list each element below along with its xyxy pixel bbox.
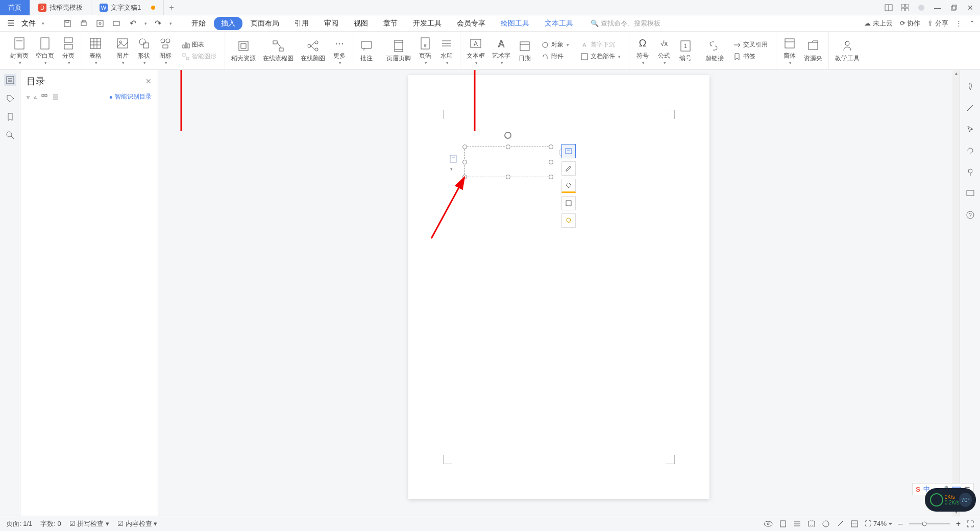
- pagenum-button[interactable]: #页码▾: [415, 34, 435, 67]
- collapse-ribbon[interactable]: ⌃: [969, 19, 975, 27]
- menu-tab-view[interactable]: 视图: [347, 17, 375, 30]
- view-page-icon[interactable]: [779, 520, 787, 528]
- toc-close[interactable]: ✕: [145, 77, 152, 85]
- rotate-handle[interactable]: [504, 132, 511, 139]
- toc-smart[interactable]: ● 智能识别目录: [109, 92, 152, 101]
- tag-icon[interactable]: [4, 92, 16, 105]
- menu-tab-reference[interactable]: 引用: [287, 17, 316, 30]
- coop-button[interactable]: ⟳ 协作: [900, 19, 921, 28]
- pin-icon[interactable]: [964, 166, 976, 178]
- menu-tab-texttools[interactable]: 文本工具: [537, 17, 580, 30]
- attachment-button[interactable]: 附件: [539, 51, 571, 62]
- docparts-button[interactable]: 文档部件▾: [578, 51, 623, 62]
- maximize-button[interactable]: [948, 2, 960, 13]
- cloud-status[interactable]: ☁ 未上云: [864, 19, 893, 28]
- textbox-object[interactable]: [464, 147, 551, 177]
- layout-icon[interactable]: [883, 2, 894, 13]
- bookmark-button[interactable]: 书签: [731, 51, 770, 62]
- border-float-icon[interactable]: [561, 196, 576, 210]
- fill-float-icon[interactable]: [561, 179, 576, 193]
- teaching-button[interactable]: 教学工具: [832, 37, 863, 65]
- resize-handle[interactable]: [462, 175, 467, 179]
- menu-tab-member[interactable]: 会员专享: [450, 17, 493, 30]
- resize-handle[interactable]: [549, 175, 553, 179]
- chart-button[interactable]: 图表: [180, 39, 218, 50]
- minimize-button[interactable]: —: [932, 2, 943, 13]
- toc-list-icon[interactable]: [41, 93, 48, 101]
- system-widget[interactable]: 0K/s 0.2K/s 70°: [925, 488, 976, 512]
- flowchart-button[interactable]: 在线流程图: [260, 37, 297, 65]
- save-icon[interactable]: [62, 18, 73, 29]
- view-read-icon[interactable]: [807, 520, 816, 528]
- preview-icon[interactable]: [94, 18, 106, 29]
- resize-handle[interactable]: [462, 144, 467, 149]
- toc-collapse-icon[interactable]: ▿: [27, 93, 30, 101]
- skin-icon[interactable]: [916, 2, 927, 13]
- menu-tab-insert[interactable]: 插入: [214, 17, 242, 30]
- view-web-icon[interactable]: [822, 520, 830, 528]
- watermark-button[interactable]: 水印▾: [436, 34, 457, 67]
- resize-handle[interactable]: [549, 144, 553, 149]
- more-button[interactable]: ⋯更多▾: [329, 34, 350, 67]
- help-icon[interactable]: ?: [964, 209, 976, 221]
- select-icon[interactable]: [964, 123, 976, 135]
- share-button[interactable]: ⇪ 分享: [927, 19, 948, 28]
- textbox-button[interactable]: A文本框▾: [463, 34, 488, 67]
- layout-options-icon[interactable]: [561, 144, 576, 158]
- tab-template[interactable]: D 找稻壳模板: [30, 0, 91, 15]
- menu-tab-layout[interactable]: 页面布局: [243, 17, 286, 30]
- bookmark-nav-icon[interactable]: [4, 111, 16, 123]
- view-outline-icon[interactable]: [793, 520, 801, 528]
- close-button[interactable]: ✕: [965, 2, 976, 13]
- fit-icon[interactable]: [850, 520, 859, 528]
- menu-tab-chapter[interactable]: 章节: [376, 17, 405, 30]
- window-button[interactable]: 窗体▾: [779, 34, 800, 67]
- resource-button[interactable]: 稻壳资源: [228, 37, 259, 65]
- toc-toggle[interactable]: [4, 74, 16, 86]
- wordart-button[interactable]: A艺术字▾: [489, 34, 513, 67]
- content-check[interactable]: ☑ 内容检查 ▾: [117, 519, 157, 528]
- zoom-out[interactable]: –: [898, 519, 903, 528]
- menu-tab-drawtools[interactable]: 绘图工具: [494, 17, 536, 30]
- resize-handle[interactable]: [506, 175, 510, 179]
- file-menu[interactable]: 文件: [21, 19, 36, 28]
- print-icon[interactable]: [78, 18, 89, 29]
- page[interactable]: ▾ –: [408, 75, 709, 499]
- edit-float-icon[interactable]: [561, 161, 576, 176]
- blank-button[interactable]: 空白页▾: [33, 34, 57, 67]
- resize-handle[interactable]: [462, 160, 467, 164]
- idea-float-icon[interactable]: [561, 213, 576, 228]
- zoom-label[interactable]: ⛶ 74% ▾: [865, 520, 892, 527]
- table-button[interactable]: 表格▾: [85, 34, 106, 67]
- menu-tab-start[interactable]: 开始: [184, 17, 213, 30]
- canvas[interactable]: ▾ – ▲ ▲ ▼: [158, 70, 960, 516]
- number-button[interactable]: 1编号: [675, 37, 696, 65]
- date-button[interactable]: 日期: [514, 37, 535, 65]
- redo-icon[interactable]: ↷: [152, 18, 163, 29]
- toc-tree-icon[interactable]: [52, 93, 59, 101]
- sync-icon[interactable]: [964, 144, 976, 157]
- rocket-icon[interactable]: [964, 80, 976, 92]
- crossref-button[interactable]: 交叉引用: [731, 39, 770, 50]
- more-menu[interactable]: ⋮: [955, 19, 962, 27]
- eye-icon[interactable]: [764, 520, 773, 527]
- pagebreak-button[interactable]: 分页▾: [58, 34, 79, 67]
- undo-icon[interactable]: ↶: [127, 18, 138, 29]
- hyperlink-button[interactable]: 超链接: [702, 37, 727, 65]
- search-icon[interactable]: [4, 129, 16, 141]
- view-draft-icon[interactable]: [836, 520, 844, 528]
- equation-button[interactable]: √x公式▾: [654, 34, 674, 67]
- tab-document[interactable]: W 文字文稿1: [91, 0, 164, 15]
- grid-icon[interactable]: [899, 2, 911, 13]
- comment-button[interactable]: 批注: [356, 37, 377, 65]
- screen-icon[interactable]: [964, 187, 976, 200]
- object-button[interactable]: 对象▾: [539, 39, 571, 50]
- resize-handle[interactable]: [506, 144, 510, 149]
- tab-home[interactable]: 首页: [0, 0, 30, 15]
- mindmap-button[interactable]: 在线脑图: [298, 37, 328, 65]
- spell-check[interactable]: ☑ 拼写检查 ▾: [69, 519, 109, 528]
- menu-tab-review[interactable]: 审阅: [317, 17, 346, 30]
- resize-handle[interactable]: [549, 160, 553, 164]
- scrollbar[interactable]: ▲ ▲ ▼: [952, 70, 960, 516]
- shape-button[interactable]: 形状▾: [134, 34, 154, 67]
